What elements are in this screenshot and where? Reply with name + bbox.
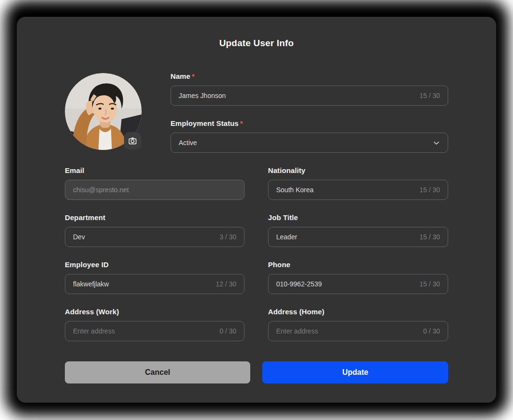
page-title: Update User Info [17,38,496,49]
field-department: Department 3 / 30 [65,213,244,247]
address-home-input-box: 0 / 30 [268,321,448,341]
address-home-char-counter: 0 / 30 [423,327,440,335]
nationality-label: Nationality [268,166,448,175]
department-char-counter: 3 / 30 [220,233,236,241]
field-phone: Phone 15 / 30 [268,260,448,294]
department-input-box: 3 / 30 [65,227,244,247]
phone-label: Phone [268,260,448,270]
employment-status-select[interactable]: Active [171,133,448,153]
nationality-input-box: 15 / 30 [268,180,448,200]
field-employment-status: Employment Status* Active [171,119,448,153]
phone-input-box: 15 / 30 [268,274,448,294]
phone-char-counter: 15 / 30 [419,280,440,288]
employment-status-label: Employment Status* [171,119,448,128]
employee-id-input-box: 12 / 30 [65,274,244,294]
field-job-title: Job Title 15 / 30 [268,213,448,247]
department-label: Department [65,213,244,222]
name-input[interactable] [179,92,415,99]
name-char-counter: 15 / 30 [419,92,440,99]
field-employee-id: Employee ID 12 / 30 [65,260,244,294]
job-title-char-counter: 15 / 30 [419,233,440,241]
required-marker: * [192,72,195,80]
job-title-input[interactable] [276,233,415,241]
name-input-box: 15 / 30 [171,86,448,106]
email-input-box [65,180,244,200]
email-label: Email [65,166,244,175]
address-work-input[interactable] [73,327,215,335]
required-marker: * [240,119,243,127]
employee-id-char-counter: 12 / 30 [216,280,236,288]
chevron-down-icon [433,139,440,147]
update-button[interactable]: Update [262,361,448,383]
job-title-input-box: 15 / 30 [268,227,448,247]
employment-status-value: Active [179,139,197,147]
name-label: Name* [171,72,448,81]
department-input[interactable] [73,233,215,241]
address-work-label: Address (Work) [65,307,244,317]
address-work-char-counter: 0 / 30 [220,327,236,335]
employee-id-input[interactable] [73,280,211,288]
field-nationality: Nationality 15 / 30 [268,166,448,200]
address-home-input[interactable] [276,327,418,335]
nationality-input[interactable] [276,186,415,194]
nationality-char-counter: 15 / 30 [419,186,440,194]
job-title-label: Job Title [268,213,448,222]
field-address-home: Address (Home) 0 / 30 [268,307,448,341]
change-photo-button[interactable] [124,132,141,149]
avatar [65,73,142,150]
update-user-info-dialog: Update User Info [17,17,496,403]
employee-id-label: Employee ID [65,260,244,270]
email-input [73,186,236,194]
address-home-label: Address (Home) [268,307,448,317]
field-address-work: Address (Work) 0 / 30 [65,307,244,341]
camera-icon [128,136,137,146]
address-work-input-box: 0 / 30 [65,321,244,341]
page: Update User Info [0,0,513,420]
phone-input[interactable] [276,280,415,288]
field-name: Name* 15 / 30 [171,72,448,106]
field-email: Email [65,166,244,200]
cancel-button[interactable]: Cancel [65,361,250,383]
